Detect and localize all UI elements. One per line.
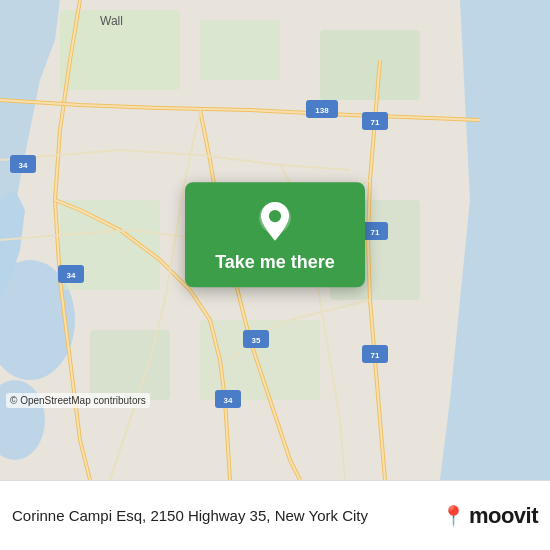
svg-text:71: 71 [371, 118, 380, 127]
moovit-pin-icon: 📍 [441, 504, 466, 528]
svg-text:Wall: Wall [100, 14, 123, 28]
svg-rect-4 [200, 20, 280, 80]
svg-text:71: 71 [371, 351, 380, 360]
svg-text:71: 71 [371, 228, 380, 237]
take-me-there-label: Take me there [215, 252, 335, 273]
svg-text:138: 138 [315, 106, 329, 115]
svg-text:35: 35 [252, 336, 261, 345]
moovit-brand-text: moovit [469, 503, 538, 529]
map-container: 34 34 34 138 35 71 71 71 Wall © OpenStre… [0, 0, 550, 480]
svg-text:34: 34 [67, 271, 76, 280]
svg-text:34: 34 [224, 396, 233, 405]
destination-text: Corinne Campi Esq, 2150 Highway 35, New … [12, 507, 433, 524]
location-pin-icon [253, 200, 297, 244]
bottom-bar: Corinne Campi Esq, 2150 Highway 35, New … [0, 480, 550, 550]
moovit-logo: 📍 moovit [441, 503, 538, 529]
take-me-there-button[interactable]: Take me there [185, 182, 365, 287]
svg-rect-5 [320, 30, 420, 100]
svg-rect-7 [90, 330, 170, 400]
svg-text:34: 34 [19, 161, 28, 170]
svg-point-28 [269, 210, 281, 222]
copyright-text: © OpenStreetMap contributors [6, 393, 150, 408]
